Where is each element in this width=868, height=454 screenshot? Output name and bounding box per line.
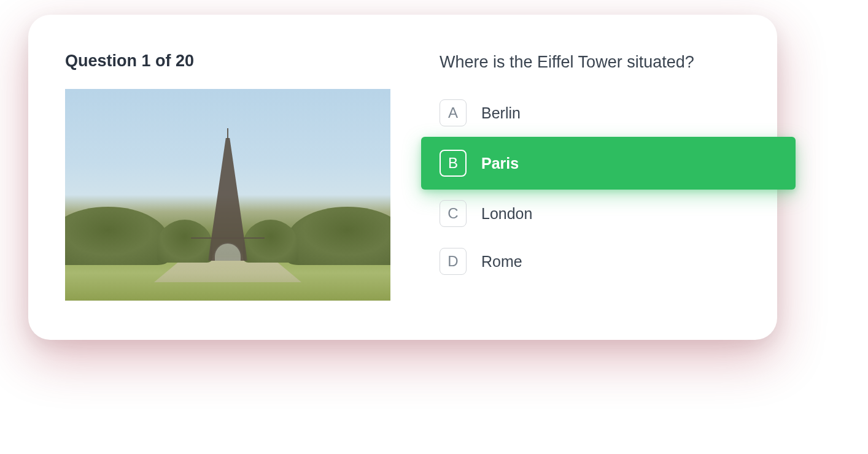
option-label: London bbox=[481, 205, 532, 223]
left-column: Question 1 of 20 bbox=[65, 52, 390, 303]
option-label: Rome bbox=[481, 253, 522, 271]
question-counter: Question 1 of 20 bbox=[65, 52, 390, 71]
option-letter-box: D bbox=[440, 248, 467, 275]
option-d[interactable]: D Rome bbox=[421, 237, 777, 285]
option-label: Berlin bbox=[481, 104, 521, 122]
question-text: Where is the Eiffel Tower situated? bbox=[440, 53, 777, 72]
image-decor bbox=[286, 207, 390, 265]
option-a[interactable]: A Berlin bbox=[421, 89, 777, 137]
image-decor bbox=[65, 207, 169, 265]
question-image bbox=[65, 89, 390, 301]
option-letter-box: A bbox=[440, 99, 467, 126]
option-label: Paris bbox=[481, 155, 519, 172]
image-decor bbox=[227, 128, 228, 139]
right-column: Where is the Eiffel Tower situated? A Be… bbox=[440, 52, 777, 303]
option-c[interactable]: C London bbox=[421, 190, 777, 237]
image-decor bbox=[191, 237, 265, 261]
quiz-card: Question 1 of 20 Where is the Eiffel Tow… bbox=[28, 15, 777, 340]
option-letter-box: B bbox=[440, 150, 467, 177]
option-letter-box: C bbox=[440, 200, 467, 227]
options-list: A Berlin B Paris C London D Rome bbox=[421, 89, 777, 285]
option-b[interactable]: B Paris bbox=[421, 137, 796, 190]
